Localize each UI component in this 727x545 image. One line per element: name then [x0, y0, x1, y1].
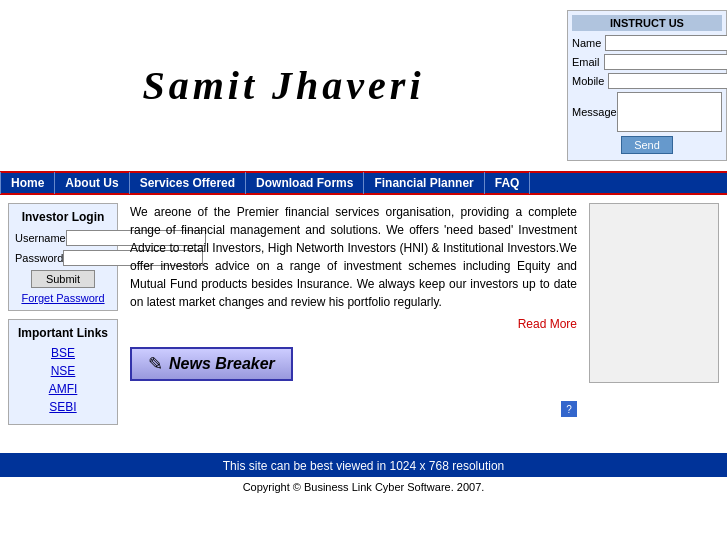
description-text: We areone of the Premier financial servi…	[130, 203, 577, 311]
resolution-text: This site can be best viewed in 1024 x 7…	[223, 459, 505, 473]
mobile-label: Mobile	[572, 75, 608, 87]
username-row: Username	[15, 230, 111, 246]
news-breaker-button[interactable]: ✎ News Breaker	[130, 347, 293, 381]
password-label: Password	[15, 252, 63, 264]
instruct-box-title: INSTRUCT US	[572, 15, 722, 31]
email-label: Email	[572, 56, 604, 68]
message-row: Message	[572, 92, 722, 132]
site-title: Samit Jhaveri	[142, 63, 424, 108]
name-label: Name	[572, 37, 605, 49]
news-breaker-icon: ✎	[148, 353, 163, 375]
links-list: BSENSEAMFISEBI	[15, 346, 111, 414]
password-row: Password	[15, 250, 111, 266]
email-row: Email	[572, 54, 722, 70]
username-label: Username	[15, 232, 66, 244]
important-links-box: Important Links BSENSEAMFISEBI	[8, 319, 118, 425]
nav-item-home[interactable]: Home	[0, 172, 55, 194]
forget-password-link[interactable]: Forget Password	[15, 292, 111, 304]
instruct-box: INSTRUCT US Name Email Mobile Message Se…	[567, 10, 727, 161]
header: Samit Jhaveri INSTRUCT US Name Email Mob…	[0, 0, 727, 171]
name-input[interactable]	[605, 35, 727, 51]
link-amfi[interactable]: AMFI	[15, 382, 111, 396]
mobile-row: Mobile	[572, 73, 722, 89]
email-input[interactable]	[604, 54, 727, 70]
message-input[interactable]	[617, 92, 722, 132]
nav-item-download-forms[interactable]: Download Forms	[246, 172, 364, 194]
footer-copyright: Copyright © Business Link Cyber Software…	[0, 477, 727, 497]
nav-item-financial-planner[interactable]: Financial Planner	[364, 172, 484, 194]
sidebar: Investor Login Username Password Submit …	[8, 203, 118, 425]
investor-login-title: Investor Login	[15, 210, 111, 224]
link-sebi[interactable]: SEBI	[15, 400, 111, 414]
small-icon-box[interactable]: ?	[561, 401, 577, 417]
news-breaker-text: News Breaker	[169, 355, 275, 373]
name-row: Name	[572, 35, 722, 51]
main-content: Investor Login Username Password Submit …	[0, 195, 727, 433]
footer: This site can be best viewed in 1024 x 7…	[0, 453, 727, 497]
link-nse[interactable]: NSE	[15, 364, 111, 378]
right-column	[589, 203, 719, 425]
read-more-link[interactable]: Read More	[130, 317, 577, 331]
site-title-area: Samit Jhaveri	[0, 62, 567, 109]
investor-login-box: Investor Login Username Password Submit …	[8, 203, 118, 311]
mobile-input[interactable]	[608, 73, 727, 89]
right-box	[589, 203, 719, 383]
nav-item-services-offered[interactable]: Services Offered	[130, 172, 246, 194]
send-button[interactable]: Send	[621, 136, 673, 154]
center-content: We areone of the Premier financial servi…	[126, 203, 581, 425]
important-links-title: Important Links	[15, 326, 111, 340]
message-label: Message	[572, 106, 617, 118]
footer-bar: This site can be best viewed in 1024 x 7…	[0, 455, 727, 477]
small-icon-area: ?	[130, 401, 577, 417]
link-bse[interactable]: BSE	[15, 346, 111, 360]
navbar: HomeAbout UsServices OfferedDownload For…	[0, 171, 727, 195]
submit-button[interactable]: Submit	[31, 270, 95, 288]
nav-item-faq[interactable]: FAQ	[485, 172, 531, 194]
nav-item-about-us[interactable]: About Us	[55, 172, 129, 194]
